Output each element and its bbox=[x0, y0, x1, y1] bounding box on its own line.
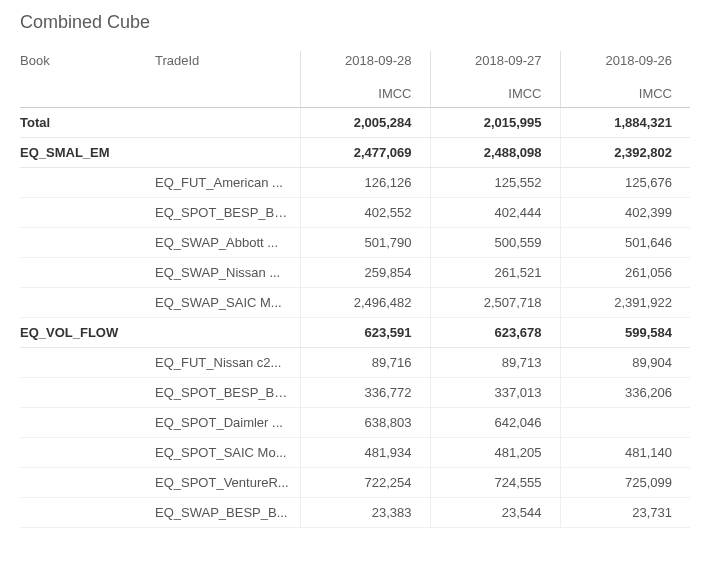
table-row[interactable]: EQ_SPOT_BESP_BA...402,552402,444402,399 bbox=[20, 198, 690, 228]
cell-value: 481,205 bbox=[430, 438, 560, 468]
col-header-book[interactable]: Book bbox=[20, 51, 155, 74]
cell-value: 724,555 bbox=[430, 468, 560, 498]
cell-value: 2,507,718 bbox=[430, 288, 560, 318]
cell-value: 481,140 bbox=[560, 438, 690, 468]
col-header-date-0[interactable]: 2018-09-28 bbox=[300, 51, 430, 74]
cell-value: 89,713 bbox=[430, 348, 560, 378]
cell-value: 125,552 bbox=[430, 168, 560, 198]
book-label: EQ_SMAL_EM bbox=[20, 138, 300, 168]
cell-value: 336,772 bbox=[300, 378, 430, 408]
cell-value: 402,444 bbox=[430, 198, 560, 228]
cell-value: 642,046 bbox=[430, 408, 560, 438]
table-row[interactable]: EQ_SWAP_Abbott ...501,790500,559501,646 bbox=[20, 228, 690, 258]
cell-value: 23,383 bbox=[300, 498, 430, 528]
table-row[interactable]: EQ_SPOT_SAIC Mo...481,934481,205481,140 bbox=[20, 438, 690, 468]
tradeid-label: EQ_SPOT_Daimler ... bbox=[155, 408, 300, 438]
total-value: 2,015,995 bbox=[430, 108, 560, 138]
cell-value: 126,126 bbox=[300, 168, 430, 198]
subtotal-value: 2,488,098 bbox=[430, 138, 560, 168]
cell-value bbox=[560, 408, 690, 438]
book-empty bbox=[20, 258, 155, 288]
tradeid-label: EQ_FUT_American ... bbox=[155, 168, 300, 198]
table-row[interactable]: EQ_SPOT_BESP_BA...336,772337,013336,206 bbox=[20, 378, 690, 408]
tradeid-label: EQ_SPOT_VentureR... bbox=[155, 468, 300, 498]
book-empty bbox=[20, 228, 155, 258]
book-empty bbox=[20, 288, 155, 318]
tradeid-label: EQ_SWAP_BESP_B... bbox=[155, 498, 300, 528]
cell-value: 261,056 bbox=[560, 258, 690, 288]
cell-value: 501,790 bbox=[300, 228, 430, 258]
subtotal-value: 599,584 bbox=[560, 318, 690, 348]
cell-value: 2,496,482 bbox=[300, 288, 430, 318]
book-empty bbox=[20, 198, 155, 228]
tradeid-label: EQ_SWAP_SAIC M... bbox=[155, 288, 300, 318]
cell-value: 336,206 bbox=[560, 378, 690, 408]
col-header-measure-0[interactable]: IMCC bbox=[300, 74, 430, 108]
subtotal-value: 623,591 bbox=[300, 318, 430, 348]
subtotal-value: 2,392,802 bbox=[560, 138, 690, 168]
cell-value: 23,544 bbox=[430, 498, 560, 528]
table-row[interactable]: EQ_SMAL_EM2,477,0692,488,0982,392,802 bbox=[20, 138, 690, 168]
table-row[interactable]: EQ_SPOT_Daimler ...638,803642,046 bbox=[20, 408, 690, 438]
book-empty bbox=[20, 438, 155, 468]
cell-value: 500,559 bbox=[430, 228, 560, 258]
cell-value: 337,013 bbox=[430, 378, 560, 408]
book-empty bbox=[20, 468, 155, 498]
cell-value: 2,391,922 bbox=[560, 288, 690, 318]
cell-value: 125,676 bbox=[560, 168, 690, 198]
tradeid-label: EQ_SWAP_Nissan ... bbox=[155, 258, 300, 288]
book-empty bbox=[20, 348, 155, 378]
cell-value: 261,521 bbox=[430, 258, 560, 288]
book-empty bbox=[20, 378, 155, 408]
col-header-date-2[interactable]: 2018-09-26 bbox=[560, 51, 690, 74]
cell-value: 501,646 bbox=[560, 228, 690, 258]
tradeid-label: EQ_SPOT_BESP_BA... bbox=[155, 198, 300, 228]
cell-value: 722,254 bbox=[300, 468, 430, 498]
table-row[interactable]: Total2,005,2842,015,9951,884,321 bbox=[20, 108, 690, 138]
col-header-measure-2[interactable]: IMCC bbox=[560, 74, 690, 108]
subtotal-value: 2,477,069 bbox=[300, 138, 430, 168]
table-row[interactable]: EQ_SWAP_Nissan ...259,854261,521261,056 bbox=[20, 258, 690, 288]
tradeid-label: EQ_SPOT_BESP_BA... bbox=[155, 378, 300, 408]
tradeid-label: EQ_SWAP_Abbott ... bbox=[155, 228, 300, 258]
book-empty bbox=[20, 408, 155, 438]
subtotal-value: 623,678 bbox=[430, 318, 560, 348]
tradeid-label: EQ_SPOT_SAIC Mo... bbox=[155, 438, 300, 468]
pivot-table: Book TradeId 2018-09-28 2018-09-27 2018-… bbox=[20, 51, 690, 528]
cell-value: 89,716 bbox=[300, 348, 430, 378]
total-label: Total bbox=[20, 108, 300, 138]
col-header-measure-1[interactable]: IMCC bbox=[430, 74, 560, 108]
cube-title: Combined Cube bbox=[20, 12, 688, 33]
table-row[interactable]: EQ_SWAP_SAIC M...2,496,4822,507,7182,391… bbox=[20, 288, 690, 318]
cell-value: 725,099 bbox=[560, 468, 690, 498]
table-row[interactable]: EQ_VOL_FLOW623,591623,678599,584 bbox=[20, 318, 690, 348]
tradeid-label: EQ_FUT_Nissan c2... bbox=[155, 348, 300, 378]
cell-value: 638,803 bbox=[300, 408, 430, 438]
book-label: EQ_VOL_FLOW bbox=[20, 318, 300, 348]
cell-value: 89,904 bbox=[560, 348, 690, 378]
col-header-tradeid[interactable]: TradeId bbox=[155, 51, 300, 74]
cell-value: 259,854 bbox=[300, 258, 430, 288]
table-row[interactable]: EQ_SWAP_BESP_B...23,38323,54423,731 bbox=[20, 498, 690, 528]
cell-value: 402,552 bbox=[300, 198, 430, 228]
total-value: 2,005,284 bbox=[300, 108, 430, 138]
total-value: 1,884,321 bbox=[560, 108, 690, 138]
book-empty bbox=[20, 498, 155, 528]
cell-value: 481,934 bbox=[300, 438, 430, 468]
table-row[interactable]: EQ_SPOT_VentureR...722,254724,555725,099 bbox=[20, 468, 690, 498]
col-header-date-1[interactable]: 2018-09-27 bbox=[430, 51, 560, 74]
table-row[interactable]: EQ_FUT_American ...126,126125,552125,676 bbox=[20, 168, 690, 198]
cell-value: 23,731 bbox=[560, 498, 690, 528]
book-empty bbox=[20, 168, 155, 198]
table-row[interactable]: EQ_FUT_Nissan c2...89,71689,71389,904 bbox=[20, 348, 690, 378]
cell-value: 402,399 bbox=[560, 198, 690, 228]
